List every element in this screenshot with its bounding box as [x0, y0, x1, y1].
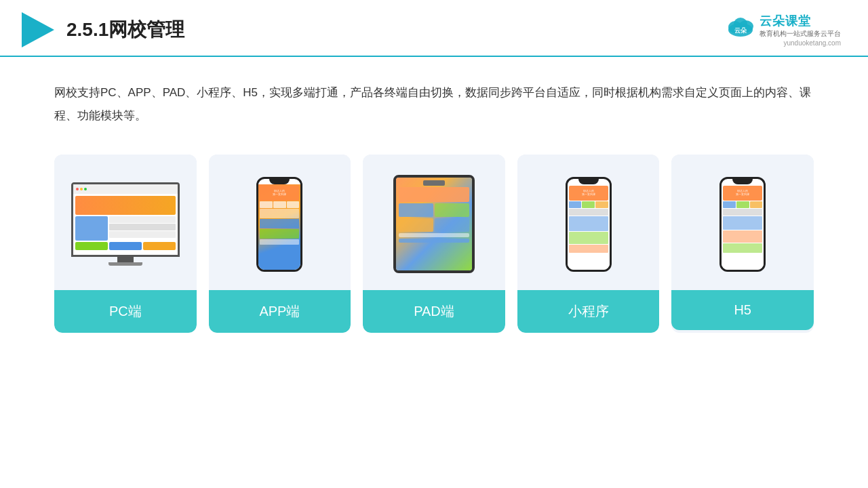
logo-cloud: 云朵 云朵课堂 教育机构一站式服务云平台	[726, 13, 841, 39]
app-phone-mockup: 职达人的第一堂判课	[256, 177, 302, 272]
phone-notch-2	[578, 179, 599, 184]
pc-base	[117, 257, 134, 262]
description: 网校支持PC、APP、PAD、小程序、H5，实现多端打通，产品各终端自由切换，数…	[0, 57, 868, 141]
card-pc-label: PC端	[54, 290, 197, 333]
card-pad-label: PAD端	[363, 290, 505, 333]
svg-marker-0	[22, 12, 54, 47]
logo-name: 云朵课堂	[760, 13, 841, 29]
logo-area: 云朵 云朵课堂 教育机构一站式服务云平台 yunduoketang.com	[726, 13, 841, 47]
tablet-content	[396, 178, 472, 270]
pc-stand	[108, 262, 142, 266]
play-icon	[20, 12, 56, 47]
pc-mockup	[68, 182, 183, 266]
tablet-mockup	[393, 175, 475, 273]
card-miniprogram: 职达人的第一堂判课 小程序	[517, 155, 660, 333]
miniprogram-phone-mockup: 职达人的第一堂判课	[566, 177, 612, 272]
card-h5: 职达人的第一堂判课 H5	[671, 155, 814, 333]
card-app-label: APP端	[209, 290, 351, 333]
card-miniprogram-label: 小程序	[517, 290, 660, 333]
logo-text-block: 云朵课堂 教育机构一站式服务云平台	[760, 13, 841, 39]
phone-notch-3	[732, 179, 753, 184]
cloud-logo-icon: 云朵	[726, 15, 755, 37]
card-app-image: 职达人的第一堂判课	[209, 155, 351, 290]
header: 2.5.1网校管理 云朵 云朵课堂 教育机构一站式服务云平台 yunduoket…	[0, 0, 868, 57]
cards-container: PC端 职达人的第一堂判课	[0, 141, 868, 353]
h5-phone-mockup: 职达人的第一堂判课	[719, 177, 766, 272]
header-left: 2.5.1网校管理	[20, 12, 184, 47]
card-app: 职达人的第一堂判课 APP端	[209, 155, 351, 333]
page-title: 2.5.1网校管理	[66, 17, 184, 43]
tablet-screen	[396, 178, 472, 270]
logo-slogan: 教育机构一站式服务云平台	[760, 29, 841, 39]
card-miniprogram-image: 职达人的第一堂判课	[517, 155, 660, 290]
card-h5-image: 职达人的第一堂判课	[671, 155, 814, 290]
card-pc-image	[54, 155, 197, 290]
pc-screen	[71, 182, 180, 257]
svg-text:云朵: 云朵	[734, 27, 747, 34]
logo-url: yunduoketang.com	[783, 39, 841, 47]
description-text: 网校支持PC、APP、PAD、小程序、H5，实现多端打通，产品各终端自由切换，数…	[54, 81, 814, 127]
card-h5-label: H5	[671, 290, 814, 330]
phone-notch	[269, 179, 290, 184]
card-pad: PAD端	[363, 155, 505, 333]
card-pad-image	[363, 155, 505, 290]
card-pc: PC端	[54, 155, 197, 333]
